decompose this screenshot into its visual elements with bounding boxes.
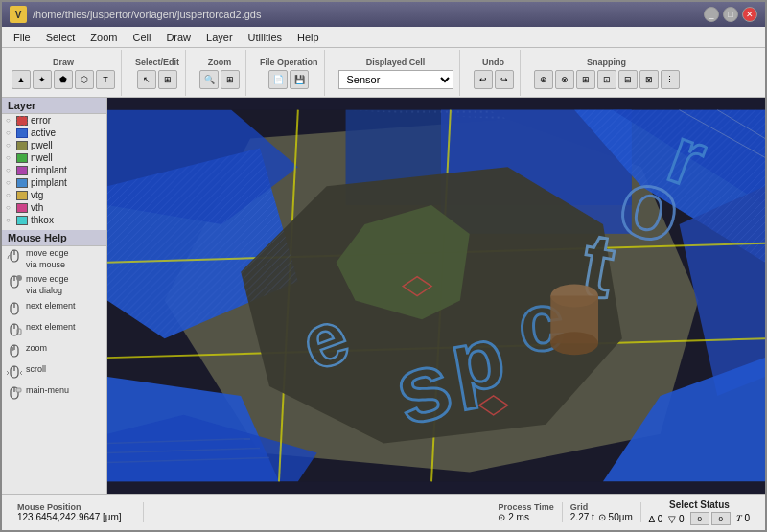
mouse-move-edge-icon: [6, 248, 23, 266]
select-status-title: Select Status: [669, 499, 730, 510]
mouse-help-text-5: zoom: [26, 343, 47, 355]
sidebar: Layer ○ error ○ active ○ pwell ○ nwell: [2, 98, 107, 494]
select-status-btn-1[interactable]: 0: [690, 512, 709, 525]
mouse-help-title: Mouse Help: [2, 230, 106, 246]
canvas-area[interactable]: s p e c t o r: [107, 98, 765, 494]
menu-zoom[interactable]: Zoom: [82, 30, 125, 45]
toolbar-area: Draw ▲ ✦ ⬟ ⬡ T Select/Edit ↖ ⊞ Zoom 🔍 ⊞: [2, 48, 765, 98]
snap-btn-4[interactable]: ⊡: [597, 70, 616, 89]
svg-point-4: [16, 275, 22, 281]
menu-layer[interactable]: Layer: [198, 30, 241, 45]
menu-help[interactable]: Help: [290, 30, 327, 45]
snap-btn-5[interactable]: ⊟: [618, 70, 638, 89]
maximize-button[interactable]: □: [723, 7, 738, 22]
layer-color-nimplant: [16, 166, 28, 175]
zoom-btn-1[interactable]: 🔍: [199, 70, 219, 89]
draw-btn-2[interactable]: ✦: [33, 70, 52, 89]
mouse-help-text-4: next element: [26, 322, 76, 334]
layer-nwell[interactable]: ○ nwell: [2, 151, 106, 164]
svg-rect-17: [16, 388, 21, 392]
layer-active[interactable]: ○ active: [2, 127, 106, 139]
window-title: /home/thies/juspertor/vorlagen/juspertor…: [33, 9, 261, 20]
svg-point-12: [11, 347, 14, 351]
zoom-btn-2[interactable]: ⊞: [221, 70, 240, 89]
mouse-help-4: next element: [2, 320, 106, 341]
snap-btn-7[interactable]: ⋮: [661, 70, 680, 89]
file-btn-1[interactable]: 📄: [268, 70, 288, 89]
layer-vtg[interactable]: ○ vtg: [2, 189, 106, 201]
layer-name-pimplant: pimplant: [31, 177, 67, 188]
layer-section-title: Layer: [2, 98, 106, 114]
snapping-buttons: ⊕ ⊗ ⊞ ⊡ ⊟ ⊠ ⋮: [534, 70, 680, 89]
select-edit-label: Select/Edit: [135, 58, 179, 67]
draw-buttons: ▲ ✦ ⬟ ⬡ T: [12, 70, 115, 89]
zoom-buttons: 🔍 ⊞: [199, 70, 240, 89]
draw-label: Draw: [53, 58, 74, 67]
main-canvas[interactable]: s p e c t o r: [107, 98, 765, 494]
undo-toolbar-group: Undo ↩ ↪: [468, 50, 521, 96]
process-time-section: Process Time ⊙ 2 ms: [490, 502, 562, 522]
snap-btn-1[interactable]: ⊕: [534, 70, 553, 89]
redo-btn[interactable]: ↪: [495, 70, 514, 89]
undo-btn[interactable]: ↩: [474, 70, 493, 89]
layer-pimplant[interactable]: ○ pimplant: [2, 176, 106, 189]
displayed-cell-group: Displayed Cell Sensor: [333, 50, 460, 96]
select-edit-toolbar-group: Select/Edit ↖ ⊞: [129, 50, 186, 96]
file-op-buttons: 📄 💾: [268, 70, 309, 89]
layer-error[interactable]: ○ error: [2, 114, 106, 127]
select-btn-2[interactable]: ⊞: [158, 70, 177, 89]
layer-name-nimplant: nimplant: [31, 165, 67, 175]
select-status-buttons: ∆ 0 ▽ 0 0 0 𝑇 0: [649, 512, 750, 525]
menu-cell[interactable]: Cell: [125, 30, 158, 45]
layer-name-vtg: vtg: [31, 190, 43, 200]
draw-btn-1[interactable]: ▲: [12, 70, 31, 89]
mouse-zoom-icon: [6, 343, 23, 360]
grid-title: Grid: [570, 502, 633, 512]
draw-toolbar-group: Draw ▲ ✦ ⬟ ⬡ T: [6, 50, 122, 96]
file-op-toolbar-group: File Operation 📄 💾: [254, 50, 325, 96]
layer-vis-error: ○: [6, 116, 13, 125]
title-bar: V /home/thies/juspertor/vorlagen/juspert…: [2, 2, 765, 27]
menu-draw[interactable]: Draw: [158, 30, 198, 45]
layer-vis-vtg: ○: [6, 191, 13, 199]
layer-name-nwell: nwell: [31, 152, 53, 163]
mouse-next-elem2-icon: [6, 322, 23, 339]
snap-btn-3[interactable]: ⊞: [576, 70, 595, 89]
svg-point-45: [550, 332, 598, 355]
draw-btn-3[interactable]: ⬟: [54, 70, 73, 89]
close-button[interactable]: ✕: [742, 7, 757, 22]
layer-vis-nimplant: ○: [6, 166, 13, 174]
layer-nimplant[interactable]: ○ nimplant: [2, 164, 106, 176]
title-controls: _ □ ✕: [704, 7, 757, 22]
mouse-help-2: move edgevia dialog: [2, 272, 106, 298]
layer-vis-nwell: ○: [6, 153, 13, 162]
menu-file[interactable]: File: [6, 30, 38, 45]
menu-utilities[interactable]: Utilities: [241, 30, 290, 45]
layer-color-vtg: [16, 191, 28, 200]
snap-btn-6[interactable]: ⊠: [639, 70, 659, 89]
layer-name-error: error: [31, 115, 51, 126]
draw-btn-5[interactable]: T: [96, 70, 115, 89]
layer-vis-pimplant: ○: [6, 178, 13, 187]
select-btn-1[interactable]: ↖: [137, 70, 156, 89]
undo-label: Undo: [482, 58, 504, 67]
layer-pwell[interactable]: ○ pwell: [2, 139, 106, 151]
menu-select[interactable]: Select: [38, 30, 83, 45]
main-window: V /home/thies/juspertor/vorlagen/juspert…: [0, 0, 767, 532]
mouse-help-text-2: move edgevia dialog: [26, 274, 69, 296]
minimize-button[interactable]: _: [704, 7, 719, 22]
mouse-next-elem-icon: [6, 301, 23, 318]
snap-btn-2[interactable]: ⊗: [555, 70, 574, 89]
layer-color-pwell: [16, 141, 28, 150]
layer-vth[interactable]: ○ vth: [2, 201, 106, 214]
mouse-help-1: move edgevia mouse: [2, 246, 106, 272]
layer-thkox[interactable]: ○ thkox: [2, 214, 106, 226]
mouse-help-section: Mouse Help move edgevia mouse move edgev…: [2, 230, 106, 405]
select-status-section: Select Status ∆ 0 ▽ 0 0 0 𝑇 0: [641, 499, 757, 525]
file-btn-2[interactable]: 💾: [290, 70, 309, 89]
draw-btn-4[interactable]: ⬡: [75, 70, 94, 89]
layer-color-active: [16, 128, 28, 138]
cell-select[interactable]: Sensor: [338, 70, 453, 89]
select-status-btn-2[interactable]: 0: [711, 512, 731, 525]
mouse-help-7: main-menu: [2, 383, 106, 405]
